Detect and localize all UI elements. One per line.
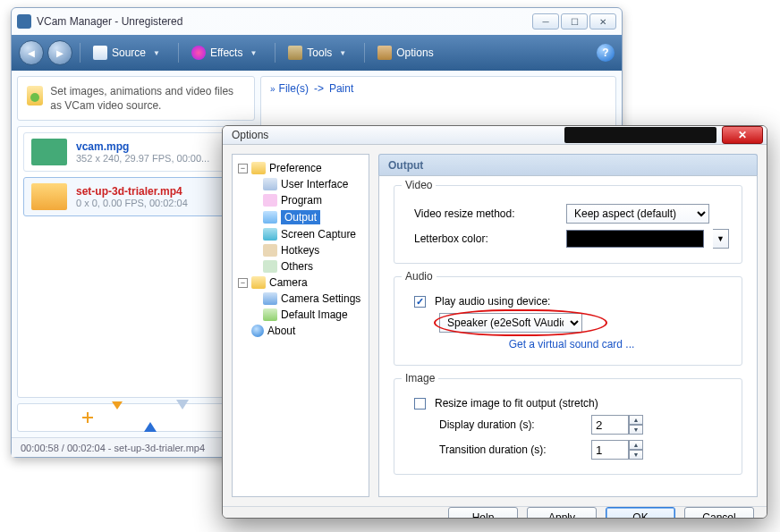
resize-method-select[interactable]: Keep aspect (default) bbox=[566, 204, 709, 224]
node-label: Camera bbox=[269, 276, 308, 289]
hammer-icon bbox=[288, 46, 302, 60]
title-bar: VCam Manager - Unregistered ─ ☐ ✕ bbox=[12, 8, 622, 35]
window-title: VCam Manager - Unregistered bbox=[37, 15, 532, 28]
image-icon bbox=[263, 308, 277, 321]
node-label: Others bbox=[281, 260, 313, 273]
node-label: Program bbox=[281, 194, 322, 207]
file-name: set-up-3d-trialer.mp4 bbox=[76, 185, 188, 198]
screen-icon bbox=[263, 228, 277, 241]
node-label: User Interface bbox=[281, 178, 348, 190]
misc-icon bbox=[263, 260, 277, 273]
source-label: Source bbox=[112, 46, 146, 59]
program-icon bbox=[263, 194, 277, 207]
effects-menu[interactable]: Effects ▼ bbox=[186, 40, 267, 65]
tree-node-camera[interactable]: − Camera bbox=[236, 274, 365, 291]
dialog-close-button[interactable]: ✕ bbox=[722, 126, 763, 144]
output-icon bbox=[263, 211, 277, 224]
chevrons-icon: » bbox=[270, 84, 274, 94]
image-group: Image Resize image to fit output (stretc… bbox=[394, 378, 742, 475]
options-dialog: Options ✕ − Preference User Interface Pr… bbox=[222, 125, 767, 519]
tree-node-program[interactable]: Program bbox=[236, 192, 365, 208]
tree-node-preference[interactable]: − Preference bbox=[236, 160, 365, 176]
tree-node-about[interactable]: About bbox=[236, 323, 365, 339]
settings-pane: Output Video Video resize method: Keep a… bbox=[378, 154, 758, 497]
spin-up-button[interactable]: ▲ bbox=[629, 440, 643, 450]
move-down-button[interactable] bbox=[176, 410, 192, 426]
list-item[interactable]: set-up-3d-trialer.mp4 0 x 0, 0.00 FPS, 0… bbox=[23, 177, 249, 216]
source-menu[interactable]: Source ▼ bbox=[88, 40, 171, 65]
dialog-button-row: Help Apply OK Cancel bbox=[223, 506, 767, 519]
nav-forward-button[interactable]: ► bbox=[47, 40, 72, 65]
node-label: About bbox=[267, 325, 295, 337]
ok-button[interactable]: OK bbox=[606, 507, 675, 519]
crumb-item[interactable]: File(s) bbox=[279, 82, 309, 95]
group-title: Image bbox=[402, 372, 438, 384]
tree-node-hotkeys[interactable]: Hotkeys bbox=[236, 242, 365, 258]
display-duration-input[interactable] bbox=[591, 415, 629, 435]
spin-up-button[interactable]: ▲ bbox=[629, 415, 643, 425]
minimize-button[interactable]: ─ bbox=[532, 13, 559, 30]
transition-duration-input[interactable] bbox=[591, 440, 629, 460]
toolbar: ◄ ► Source ▼ Effects ▼ Tools ▼ Options ? bbox=[12, 35, 622, 71]
dialog-title-bar: Options ✕ bbox=[223, 126, 767, 145]
import-button[interactable] bbox=[112, 410, 128, 426]
redacted-block bbox=[564, 127, 716, 143]
options-button[interactable]: Options bbox=[372, 40, 444, 65]
close-button[interactable]: ✕ bbox=[589, 13, 616, 30]
chevron-down-icon: ▼ bbox=[250, 49, 257, 57]
document-icon bbox=[93, 46, 107, 60]
info-icon bbox=[251, 325, 264, 337]
audio-group: Audio ✓ Play audio using device: Speaker… bbox=[394, 276, 742, 366]
resize-image-checkbox[interactable] bbox=[414, 398, 426, 410]
help-button[interactable]: Help bbox=[448, 507, 518, 519]
cancel-button[interactable]: Cancel bbox=[684, 507, 754, 519]
effects-label: Effects bbox=[210, 46, 242, 59]
maximize-button[interactable]: ☐ bbox=[561, 13, 588, 30]
effects-icon bbox=[191, 46, 206, 60]
node-label: Screen Capture bbox=[281, 228, 356, 241]
keyboard-icon bbox=[263, 244, 277, 257]
thumbnail-icon bbox=[31, 139, 67, 165]
tools-menu[interactable]: Tools ▼ bbox=[283, 40, 357, 65]
audio-device-select[interactable]: Speaker (e2eSoft VAudio) bbox=[439, 313, 582, 333]
hint-text: Set images, animations and video files a… bbox=[50, 84, 245, 113]
spin-down-button[interactable]: ▼ bbox=[629, 450, 643, 460]
crumb-item[interactable]: Paint bbox=[329, 82, 353, 95]
folder-icon bbox=[251, 162, 266, 174]
letterbox-label: Letterbox color: bbox=[414, 232, 557, 245]
help-button[interactable]: ? bbox=[597, 44, 615, 62]
color-dropdown-button[interactable]: ▼ bbox=[713, 229, 729, 249]
node-label: Output bbox=[281, 210, 320, 224]
tree-node-default-image[interactable]: Default Image bbox=[236, 307, 365, 323]
collapse-icon[interactable]: − bbox=[238, 278, 248, 288]
resize-method-label: Video resize method: bbox=[414, 207, 557, 220]
list-toolbar bbox=[17, 403, 255, 432]
tree-node-ui[interactable]: User Interface bbox=[236, 176, 365, 192]
add-button[interactable] bbox=[80, 410, 96, 426]
options-label: Options bbox=[396, 46, 433, 59]
list-item[interactable]: vcam.mpg 352 x 240, 29.97 FPS, 00:00... bbox=[23, 132, 249, 172]
nav-back-button[interactable]: ◄ bbox=[19, 40, 44, 65]
hint-box: Set images, animations and video files a… bbox=[17, 76, 255, 121]
app-icon bbox=[17, 14, 31, 29]
file-meta: 352 x 240, 29.97 FPS, 00:00... bbox=[76, 153, 209, 164]
node-label: Hotkeys bbox=[281, 244, 319, 257]
nav-tree: − Preference User Interface Program Outp… bbox=[232, 154, 369, 497]
node-label: Camera Settings bbox=[281, 292, 360, 305]
group-title: Audio bbox=[402, 270, 437, 283]
letterbox-color-swatch[interactable] bbox=[566, 230, 704, 248]
node-label: Preference bbox=[269, 162, 322, 174]
spin-down-button[interactable]: ▼ bbox=[629, 425, 643, 435]
group-title: Video bbox=[402, 179, 436, 191]
tree-node-screencapture[interactable]: Screen Capture bbox=[236, 226, 365, 242]
tree-node-camera-settings[interactable]: Camera Settings bbox=[236, 291, 365, 307]
get-sound-card-link[interactable]: Get a virtual sound card ... bbox=[509, 338, 635, 350]
tree-node-others[interactable]: Others bbox=[236, 258, 365, 274]
collapse-icon[interactable]: − bbox=[238, 164, 248, 173]
play-audio-checkbox[interactable]: ✓ bbox=[414, 296, 426, 308]
ui-icon bbox=[263, 178, 277, 190]
move-up-button[interactable] bbox=[144, 410, 160, 426]
tree-node-output[interactable]: Output bbox=[236, 208, 365, 226]
resize-image-label: Resize image to fit output (stretch) bbox=[435, 397, 598, 410]
apply-button[interactable]: Apply bbox=[527, 507, 597, 519]
